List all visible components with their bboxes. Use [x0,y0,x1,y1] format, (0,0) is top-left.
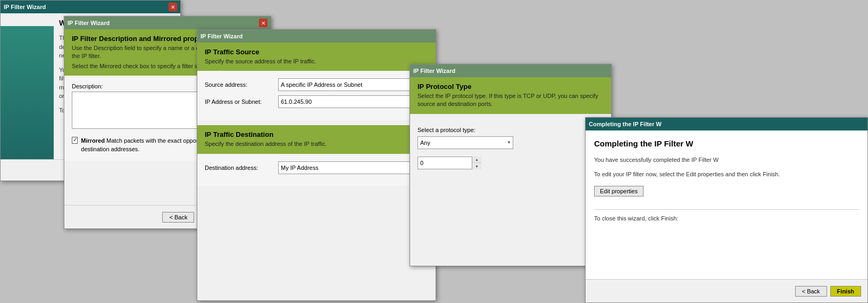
window2-back-button[interactable]: < Back [162,212,194,223]
window4-port-section: ▲ ▼ [418,157,604,169]
window3-titlebar: IP Filter Wizard [197,30,436,43]
window5-text2: To edit your IP filter now, select the E… [594,170,859,179]
window2-titlebar: IP Filter Wizard ✕ [64,17,271,29]
window3-source-address-wrapper: A specific IP Address or Subnet Any IP A… [278,78,428,91]
window4-titlebar: IP Filter Wizard [410,64,611,77]
window3-ip-address-input[interactable] [278,95,428,108]
window2-close-button[interactable]: ✕ [259,19,268,27]
window5-body: Completing the IP Filter W You have succ… [586,130,867,302]
window4-port-down-button[interactable]: ▼ [472,163,481,169]
window5-finish-button[interactable]: Finish [830,286,861,297]
window4-title: IP Filter Wizard [413,68,608,74]
window3-title: IP Filter Wizard [201,33,432,39]
window3-dest-address-label: Destination address: [205,165,274,171]
window4-section-desc: Select the IP protocol type. If this typ… [418,92,604,109]
window5-separator [594,209,859,210]
window4-protocol-label: Select a protocol type: [418,127,604,133]
window4-protocol-wrapper: Any TCP UDP ICMP Other ▼ [418,136,513,149]
window3-source-address-label: Source address: [205,81,274,88]
window5-heading: Completing the IP Filter W [594,139,859,148]
window4-protocol-section: Select a protocol type: Any TCP UDP ICMP… [418,127,604,169]
window4-port-up-button[interactable]: ▲ [472,157,481,163]
window3-source-header: IP Traffic Source Specify the source add… [197,43,436,71]
window1-titlebar: IP Filter Wizard ✕ [1,1,180,13]
window-protocol: IP Filter Wizard IP Protocol Type Select… [410,64,612,266]
window3-dest-header: IP Traffic Destination Specify the desti… [197,125,436,153]
window2-mirrored-checkbox[interactable] [72,137,78,144]
window5-titlebar: Completing the IP Filter W [586,118,867,130]
window-complete: Completing the IP Filter W Completing th… [585,117,868,303]
window4-section-title: IP Protocol Type [418,83,604,91]
window5-text1: You have successfully completed the IP F… [594,155,859,165]
window4-body: Select a protocol type: Any TCP UDP ICMP… [410,114,611,177]
window5-back-button[interactable]: < Back [795,286,827,297]
window2-mirrored-strong: Mirrored [81,137,105,144]
window3-dest-body: Destination address: My IP Address Any I… [197,154,436,186]
window3-dest-desc: Specify the destination address of the I… [205,140,428,148]
window3-source-title: IP Traffic Source [205,48,428,56]
window3-dest-address-select[interactable]: My IP Address Any IP Address A specific … [278,161,428,174]
window3-source-address-select[interactable]: A specific IP Address or Subnet Any IP A… [278,78,428,91]
window4-protocol-select[interactable]: Any TCP UDP ICMP Other [418,136,513,149]
window5-text3: To close this wizard, click Finish: [594,214,859,223]
window3-source-body: Source address: A specific IP Address or… [197,71,436,120]
window4-port-spinbox: ▲ ▼ [418,157,481,169]
window3-source-address-row: Source address: A specific IP Address or… [205,78,428,91]
window3-ip-address-row: IP Address or Subnet: [205,95,428,108]
window5-edit-props-button[interactable]: Edit properties [594,186,644,196]
window5-footer: < Back Finish [586,279,867,302]
window1-sidebar [1,26,54,181]
window1-close-button[interactable]: ✕ [169,3,177,11]
window-traffic: IP Filter Wizard IP Traffic Source Speci… [197,29,436,301]
edit-props-label: Edit properties [600,188,638,194]
window3-dest-title: IP Traffic Destination [205,130,428,138]
window3-ip-address-label: IP Address or Subnet: [205,99,274,105]
window2-title: IP Filter Wizard [68,20,259,26]
window4-spinbox-arrows: ▲ ▼ [472,157,481,169]
window3-dest-address-row: Destination address: My IP Address Any I… [205,161,428,174]
window1-title: IP Filter Wizard [4,4,169,10]
window3-source-desc: Specify the source address of the IP tra… [205,58,428,65]
window3-dest-address-wrapper: My IP Address Any IP Address A specific … [278,161,428,174]
window4-header: IP Protocol Type Select the IP protocol … [410,77,611,114]
window5-title: Completing the IP Filter W [589,121,864,127]
